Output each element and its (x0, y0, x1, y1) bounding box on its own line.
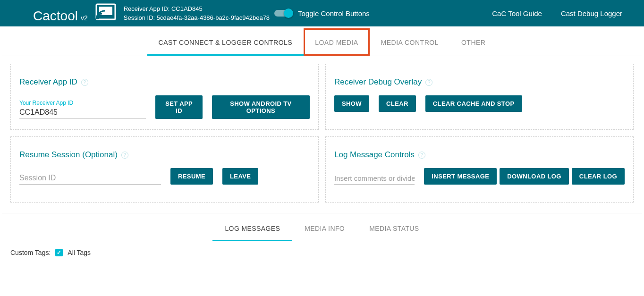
custom-tags-row: Custom Tags: ✓ All Tags (2, 241, 642, 280)
control-panels: Receiver App ID ? Your Receiver App ID S… (0, 56, 644, 210)
set-app-id-button[interactable]: SET APP ID (155, 95, 203, 119)
panel-title-log-controls: Log Message Controls ? (334, 150, 625, 160)
field-session-id (19, 173, 161, 185)
tab-cast-connect[interactable]: CAST CONNECT & LOGGER CONTROLS (147, 28, 304, 56)
field-receiver-app-id: Your Receiver App ID (19, 100, 146, 119)
all-tags-checkbox[interactable]: ✓ (55, 249, 63, 256)
panel-title-debug-overlay: Receiver Debug Overlay ? (334, 77, 625, 87)
svg-point-2 (96, 17, 99, 19)
show-android-tv-options-button[interactable]: SHOW ANDROID TV OPTIONS (212, 95, 310, 119)
tab-other[interactable]: OTHER (450, 28, 497, 56)
logo-text: Cactool (33, 8, 78, 24)
tab-log-messages[interactable]: LOG MESSAGES (212, 215, 292, 241)
main-tabs: CAST CONNECT & LOGGER CONTROLS LOAD MEDI… (2, 28, 642, 56)
toggle-switch[interactable] (274, 10, 291, 17)
panel-title-text: Receiver App ID (19, 77, 77, 87)
toggle-knob (284, 8, 293, 18)
panel-title-text: Resume Session (Optional) (19, 150, 118, 160)
tab-media-status[interactable]: MEDIA STATUS (357, 215, 431, 241)
receiver-id-label: Receiver App ID: (124, 5, 170, 12)
help-icon[interactable]: ? (425, 79, 432, 86)
link-cast-debug-logger[interactable]: Cast Debug Logger (561, 9, 622, 17)
download-log-button[interactable]: DOWNLOAD LOG (500, 168, 569, 185)
panel-title-text: Log Message Controls (334, 150, 415, 160)
clear-button[interactable]: CLEAR (379, 95, 416, 112)
lower-tabs: LOG MESSAGES MEDIA INFO MEDIA STATUS (2, 215, 642, 241)
insert-message-button[interactable]: INSERT MESSAGE (424, 168, 497, 185)
show-button[interactable]: SHOW (334, 95, 369, 112)
tab-media-control[interactable]: MEDIA CONTROL (370, 28, 450, 56)
tab-media-info[interactable]: MEDIA INFO (292, 215, 357, 241)
app-header: Cactool v2 Receiver App ID: CC1AD845 Ses… (0, 0, 644, 26)
panel-resume-session: Resume Session (Optional) ? RESUME LEAVE (10, 136, 319, 203)
panel-receiver-app-id: Receiver App ID ? Your Receiver App ID S… (10, 64, 319, 130)
lower-section: LOG MESSAGES MEDIA INFO MEDIA STATUS Cus… (2, 213, 642, 280)
header-links: CaC Tool Guide Cast Debug Logger (492, 9, 636, 17)
panel-log-message-controls: Log Message Controls ? INSERT MESSAGE DO… (325, 136, 634, 203)
leave-button[interactable]: LEAVE (222, 168, 258, 185)
input-log-comment[interactable] (334, 173, 415, 185)
app-logo: Cactool v2 (33, 3, 116, 24)
input-session-id[interactable] (19, 173, 161, 185)
panel-title-resume-session: Resume Session (Optional) ? (19, 150, 310, 160)
link-cac-tool-guide[interactable]: CaC Tool Guide (492, 9, 542, 17)
tab-load-media[interactable]: LOAD MEDIA (304, 28, 369, 56)
clear-log-button[interactable]: CLEAR LOG (572, 168, 625, 185)
toggle-control-buttons[interactable]: Toggle Control Buttons (274, 9, 370, 17)
custom-tags-label: Custom Tags: (10, 249, 51, 256)
logo-version: v2 (81, 14, 88, 22)
help-icon[interactable]: ? (418, 152, 425, 159)
session-id-value: 5cdae4fa-32aa-4386-ba2c-9fac942bea78 (157, 14, 270, 21)
toggle-label: Toggle Control Buttons (298, 9, 370, 17)
all-tags-label: All Tags (68, 249, 91, 256)
session-info: Receiver App ID: CC1AD845 Session ID: 5c… (124, 4, 270, 23)
help-icon[interactable]: ? (121, 152, 128, 159)
panel-receiver-debug-overlay: Receiver Debug Overlay ? SHOW CLEAR CLEA… (325, 64, 634, 130)
help-icon[interactable]: ? (81, 79, 88, 86)
panel-title-receiver-app-id: Receiver App ID ? (19, 77, 310, 87)
input-receiver-app-id[interactable] (19, 107, 146, 119)
session-id-label: Session ID: (124, 14, 155, 21)
resume-button[interactable]: RESUME (170, 168, 213, 185)
field-label: Your Receiver App ID (19, 100, 146, 106)
log-buttons: INSERT MESSAGE DOWNLOAD LOG CLEAR LOG (424, 168, 625, 185)
cast-icon[interactable] (95, 3, 116, 20)
clear-cache-and-stop-button[interactable]: CLEAR CACHE AND STOP (425, 95, 522, 112)
field-log-comment (334, 173, 415, 185)
receiver-id-value: CC1AD845 (171, 5, 203, 12)
panel-title-text: Receiver Debug Overlay (334, 77, 422, 87)
